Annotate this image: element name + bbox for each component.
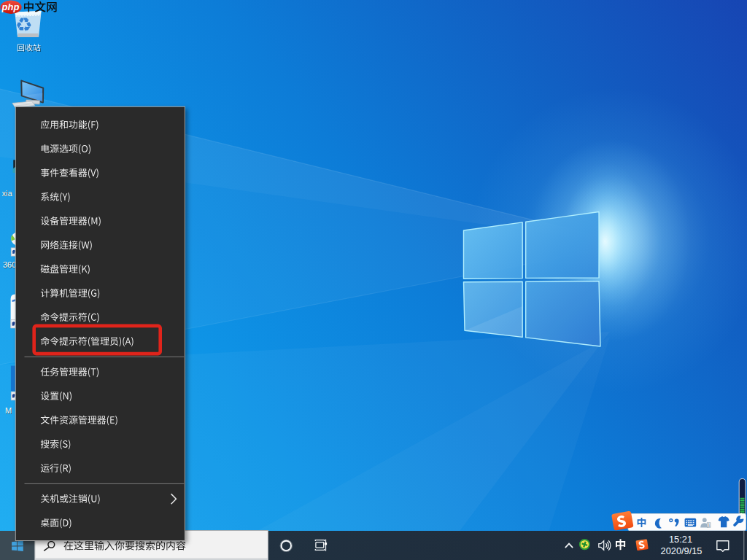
svg-text:M: M <box>5 406 12 415</box>
svg-text:360: 360 <box>3 260 16 269</box>
svg-text:2020/9/15: 2020/9/15 <box>661 545 703 556</box>
svg-text:php: php <box>1 1 20 12</box>
svg-text:15:21: 15:21 <box>669 534 692 545</box>
svg-text:1: 1 <box>708 523 710 527</box>
svg-text:xia: xia <box>2 189 13 198</box>
